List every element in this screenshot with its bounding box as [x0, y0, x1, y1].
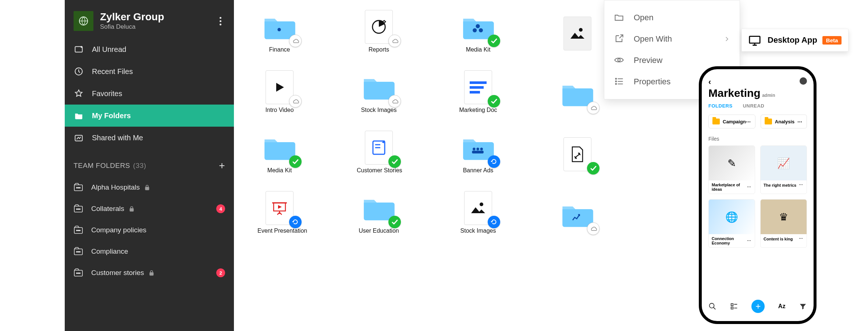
file-card[interactable]: 📈The right metrics⋯ — [760, 145, 807, 194]
more-icon[interactable]: ⋯ — [747, 239, 752, 243]
unread-badge: 4 — [216, 204, 225, 213]
svg-rect-23 — [472, 151, 483, 153]
lock-icon — [129, 206, 135, 212]
ctx-open[interactable]: Open — [604, 7, 740, 28]
nav-label: Favorites — [92, 89, 122, 98]
file-label: Intro Video — [257, 107, 302, 113]
nav-label: Shared with Me — [92, 134, 143, 142]
svg-point-10 — [277, 28, 281, 31]
file-label: Stock Images — [357, 107, 401, 113]
ctx-open-with[interactable]: Open With — [604, 28, 740, 50]
team-folder-icon — [74, 204, 83, 214]
team-item-compliance[interactable]: Compliance — [65, 241, 234, 262]
synced-badge-icon — [289, 155, 302, 168]
svg-rect-18 — [470, 91, 480, 94]
back-button[interactable]: ‹ — [708, 77, 711, 87]
file-item[interactable] — [555, 18, 600, 53]
ctx-label: Properties — [634, 77, 670, 87]
ctx-label: Preview — [634, 56, 662, 65]
nav-shared[interactable]: Shared with Me — [65, 127, 234, 149]
nav-favorites[interactable]: Favorites — [65, 82, 234, 105]
tab-unread[interactable]: UNREAD — [743, 103, 765, 109]
grid-row: Event PresentationUser EducationStock Im… — [257, 192, 633, 234]
sort-icon[interactable]: Az — [778, 303, 786, 310]
mobile-title: Marketing — [708, 87, 761, 99]
cloud-badge-icon — [289, 95, 302, 108]
svg-point-22 — [480, 148, 483, 150]
monitor-icon — [748, 35, 761, 45]
chip-label: Campaign — [723, 119, 746, 124]
file-label: Event Presentation — [257, 228, 302, 234]
beta-badge: Beta — [822, 36, 842, 45]
file-card[interactable]: 🌐Connection Economy⋯ — [708, 199, 755, 248]
svg-point-13 — [479, 28, 483, 32]
more-icon[interactable]: ⋯ — [799, 236, 804, 241]
inbox-icon — [74, 44, 84, 54]
team-item-collaterals[interactable]: Collaterals 4 — [65, 198, 234, 219]
desktop-app-label: Desktop App — [768, 35, 817, 45]
card-label: Connection Economy — [712, 236, 747, 245]
nav-recent[interactable]: Recent Files — [65, 60, 234, 82]
sidebar-more-button[interactable] — [216, 13, 225, 29]
nav-all-unread[interactable]: All Unread — [65, 38, 234, 60]
file-label: Reports — [357, 46, 401, 53]
more-icon[interactable]: ⋯ — [797, 119, 803, 124]
file-item[interactable]: Media Kit — [456, 11, 500, 53]
svg-point-21 — [476, 148, 479, 150]
file-item[interactable]: Event Presentation — [257, 192, 302, 234]
more-icon[interactable]: ⋯ — [746, 119, 751, 124]
mobile-preview: ‹ Marketing admin FOLDERS UNREAD Campaig… — [699, 66, 817, 324]
team-item-alpha-hospitals[interactable]: Alpha Hospitals — [65, 177, 234, 198]
team-item-label: Customer stories — [91, 269, 144, 277]
synced-badge-icon — [488, 35, 500, 47]
mobile-role: admin — [762, 93, 775, 98]
team-item-customer-stories[interactable]: Customer stories 2 — [65, 262, 234, 284]
sidebar: Zylker Group Sofia Deluca All Unread Rec… — [65, 0, 234, 331]
sidebar-header: Zylker Group Sofia Deluca — [65, 0, 234, 38]
svg-point-25 — [480, 203, 483, 206]
more-icon[interactable]: ⋯ — [747, 185, 752, 190]
file-item[interactable]: Media Kit — [257, 132, 302, 174]
filter-icon[interactable] — [799, 302, 807, 310]
team-item-company-policies[interactable]: Company policies — [65, 219, 234, 241]
section-count: (33) — [133, 162, 146, 170]
file-item[interactable]: Stock Images — [456, 192, 500, 234]
file-card[interactable]: ✎Marketplace of ideas⋯ — [708, 145, 755, 194]
svg-point-28 — [615, 81, 616, 82]
folder-chip-campaign[interactable]: Campaign⋯ — [708, 115, 755, 128]
svg-rect-32 — [731, 304, 733, 306]
svg-point-27 — [615, 78, 616, 80]
search-icon[interactable] — [708, 302, 716, 310]
info-icon[interactable] — [800, 77, 807, 85]
file-item[interactable]: Banner Ads — [456, 132, 500, 174]
nav-my-folders[interactable]: My Folders — [65, 105, 234, 127]
file-label: Customer Stories — [357, 167, 401, 174]
file-item[interactable]: Finance — [257, 11, 302, 53]
team-item-label: Alpha Hospitals — [91, 183, 140, 191]
add-team-folder-button[interactable]: + — [219, 160, 225, 172]
folder-icon — [712, 119, 720, 124]
team-folder-icon — [74, 268, 83, 278]
file-item[interactable]: Reports — [357, 11, 401, 53]
desktop-app-tag[interactable]: Desktop App Beta — [741, 29, 849, 52]
file-item[interactable] — [555, 138, 600, 174]
card-label: Marketplace of ideas — [712, 183, 747, 191]
file-card[interactable]: ♛Content is king⋯ — [760, 199, 807, 248]
cloud-badge-icon — [388, 35, 401, 47]
add-button[interactable]: + — [751, 300, 765, 313]
file-item[interactable] — [555, 199, 600, 234]
folder-chip-analysis[interactable]: Analysis⋯ — [761, 115, 807, 128]
file-item[interactable]: Stock Images — [357, 71, 401, 113]
team-folders-header: TEAM FOLDERS (33) + — [65, 149, 234, 177]
file-grid: FinanceReportsMedia Kit Intro VideoStock… — [257, 11, 633, 253]
grid-row: FinanceReportsMedia Kit — [257, 11, 633, 53]
view-toggle-icon[interactable] — [730, 302, 738, 310]
more-icon[interactable]: ⋯ — [799, 183, 804, 187]
file-item[interactable]: User Education — [357, 192, 401, 234]
file-item[interactable]: Marketing Doc — [456, 71, 500, 113]
team-item-label: Company policies — [91, 226, 146, 234]
file-item[interactable]: Customer Stories — [357, 132, 401, 174]
tab-folders[interactable]: FOLDERS — [708, 103, 733, 109]
file-item[interactable] — [555, 78, 600, 113]
file-item[interactable]: Intro Video — [257, 71, 302, 113]
